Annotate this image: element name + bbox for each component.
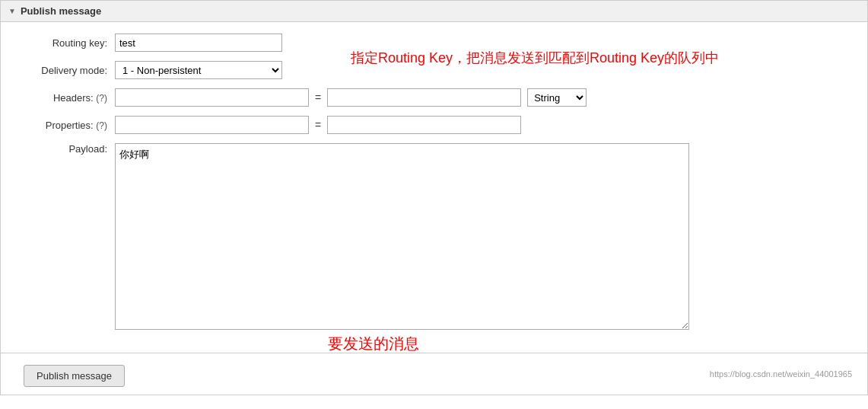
routing-key-input[interactable] [115, 34, 282, 52]
panel-title: Publish message [21, 5, 101, 17]
panel-body: 指定Routing Key，把消息发送到匹配到Routing Key的队列中 R… [0, 22, 868, 353]
properties-help-link[interactable]: (?) [96, 120, 107, 131]
footer-row: Publish message https://blog.csdn.net/we… [0, 353, 868, 395]
payload-textarea[interactable]: 你好啊 [115, 143, 689, 330]
collapse-arrow-icon[interactable]: ▼ [8, 7, 16, 15]
properties-equals: = [315, 119, 321, 131]
headers-equals: = [315, 91, 321, 104]
delivery-mode-row: Delivery mode: 1 - Non-persistent 2 - Pe… [16, 61, 852, 79]
headers-value-input[interactable] [327, 88, 521, 107]
routing-key-label: Routing key: [16, 37, 107, 49]
watermark: https://blog.csdn.net/weixin_44001965 [710, 369, 852, 379]
publish-message-button[interactable]: Publish message [24, 365, 125, 387]
headers-label: Headers: (?) [16, 92, 107, 104]
payload-label: Payload: [16, 143, 107, 155]
routing-key-row: Routing key: [16, 34, 852, 52]
properties-value-input[interactable] [327, 116, 521, 134]
properties-label: Properties: (?) [16, 120, 107, 131]
panel-header: ▼ Publish message [0, 0, 868, 22]
payload-row: Payload: 你好啊 要发送的消息 [16, 143, 852, 332]
properties-row: Properties: (?) = [16, 116, 852, 134]
delivery-mode-label: Delivery mode: [16, 65, 107, 76]
headers-type-select[interactable]: String Number Boolean [527, 88, 587, 107]
main-container: ▼ Publish message 指定Routing Key，把消息发送到匹配… [0, 0, 868, 409]
headers-help-link[interactable]: (?) [96, 93, 107, 104]
delivery-mode-select[interactable]: 1 - Non-persistent 2 - Persistent [115, 61, 282, 79]
properties-key-input[interactable] [115, 116, 309, 134]
payload-annotation: 要发送的消息 [328, 334, 419, 354]
headers-key-input[interactable] [115, 88, 309, 107]
headers-row: Headers: (?) = String Number Boolean [16, 88, 852, 107]
